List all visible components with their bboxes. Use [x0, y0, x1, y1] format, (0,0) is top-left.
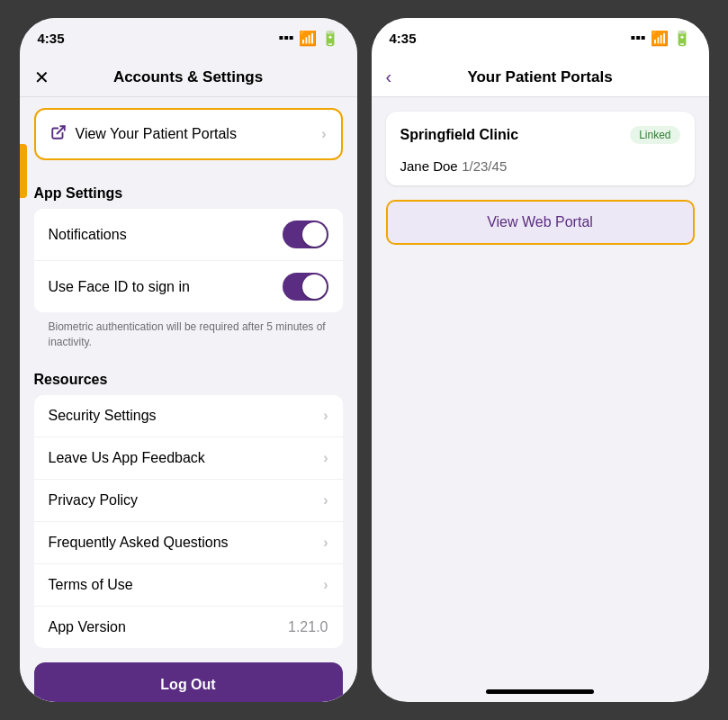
app-feedback-label: Leave Us App Feedback: [49, 450, 205, 466]
privacy-policy-row[interactable]: Privacy Policy ›: [34, 480, 343, 522]
external-link-icon: [50, 124, 67, 144]
app-feedback-row[interactable]: Leave Us App Feedback ›: [34, 437, 343, 480]
app-version-value: 1.21.0: [288, 619, 328, 635]
notifications-toggle[interactable]: [283, 220, 328, 248]
status-time-left: 4:35: [38, 31, 65, 46]
home-bar: [486, 689, 594, 694]
wifi-icon-right: 📶: [651, 30, 669, 47]
chevron-right-icon-privacy: ›: [323, 492, 328, 508]
signal-icon-right: ▪▪▪: [630, 30, 645, 46]
portal-button-left: View Your Patient Portals: [50, 124, 237, 144]
notifications-label: Notifications: [49, 227, 127, 243]
page-title-left: Accounts & Settings: [113, 68, 263, 86]
security-settings-row[interactable]: Security Settings ›: [34, 395, 343, 437]
terms-of-use-row[interactable]: Terms of Use ›: [34, 564, 343, 607]
clinic-name: Springfield Clinic: [400, 127, 519, 143]
app-settings-header: App Settings: [20, 171, 357, 209]
faq-label: Frequently Asked Questions: [49, 535, 229, 551]
portal-button-section: View Your Patient Portals ›: [20, 97, 357, 171]
signal-icon: ▪▪▪: [278, 30, 293, 46]
portal-card: Springfield Clinic Linked Jane Doe 1/23/…: [386, 112, 695, 185]
battery-icon: 🔋: [321, 30, 339, 47]
linked-badge: Linked: [630, 126, 679, 144]
face-id-label: Use Face ID to sign in: [49, 279, 190, 295]
scroll-content-right: Springfield Clinic Linked Jane Doe 1/23/…: [372, 97, 709, 680]
notifications-row: Notifications: [34, 209, 343, 261]
chevron-right-icon-faq: ›: [323, 535, 328, 551]
svg-line-0: [57, 126, 64, 133]
status-bar-left: 4:35 ▪▪▪ 📶 🔋: [20, 18, 357, 58]
face-id-toggle[interactable]: [283, 273, 328, 301]
nav-bar-right: ‹ Your Patient Portals: [372, 58, 709, 97]
back-icon[interactable]: ‹: [386, 67, 392, 87]
nav-bar-left: ✕ Accounts & Settings: [20, 58, 357, 97]
page-title-right: Your Patient Portals: [467, 68, 612, 86]
privacy-policy-label: Privacy Policy: [49, 492, 139, 508]
status-icons-right: ▪▪▪ 📶 🔋: [630, 30, 690, 47]
faq-row[interactable]: Frequently Asked Questions ›: [34, 522, 343, 564]
chevron-right-icon-terms: ›: [323, 577, 328, 593]
left-phone: 4:35 ▪▪▪ 📶 🔋 ✕ Accounts & Settings: [20, 18, 357, 702]
logout-button[interactable]: Log Out: [34, 662, 343, 702]
terms-of-use-label: Terms of Use: [49, 577, 133, 593]
battery-icon-right: 🔋: [673, 30, 691, 47]
close-icon[interactable]: ✕: [34, 68, 49, 86]
chevron-right-icon-portal: ›: [321, 126, 326, 142]
right-phone: 4:35 ▪▪▪ 📶 🔋 ‹ Your Patient Portals Spri…: [372, 18, 709, 702]
app-version-row: App Version 1.21.0: [34, 607, 343, 648]
portal-button-label: View Your Patient Portals: [76, 126, 237, 142]
logout-section: Log Out: [20, 648, 357, 702]
patient-dob-value: 1/23/45: [462, 158, 507, 174]
app-settings-group: Notifications Use Face ID to sign in: [34, 209, 343, 312]
wifi-icon: 📶: [299, 30, 317, 47]
chevron-right-icon-security: ›: [323, 408, 328, 424]
chevron-right-icon-feedback: ›: [323, 450, 328, 466]
status-time-right: 4:35: [390, 31, 417, 46]
patient-info: Jane Doe 1/23/45: [386, 158, 695, 185]
view-web-portal-button[interactable]: View Web Portal: [386, 200, 695, 245]
resources-list: Security Settings › Leave Us App Feedbac…: [34, 395, 343, 648]
resources-header: Resources: [20, 364, 357, 395]
face-id-row: Use Face ID to sign in: [34, 261, 343, 312]
scroll-content-left: View Your Patient Portals › App Settings…: [20, 97, 357, 702]
status-bar-right: 4:35 ▪▪▪ 📶 🔋: [372, 18, 709, 58]
view-patient-portals-button[interactable]: View Your Patient Portals ›: [34, 108, 343, 160]
yellow-accent: [20, 144, 27, 198]
patient-name: Jane Doe: [400, 158, 458, 174]
biometric-note: Biometric authentication will be require…: [20, 312, 357, 364]
home-indicator-right: [372, 680, 709, 702]
portal-card-header: Springfield Clinic Linked: [386, 112, 695, 158]
app-version-label: App Version: [49, 619, 126, 635]
status-icons-left: ▪▪▪ 📶 🔋: [278, 30, 338, 47]
security-settings-label: Security Settings: [49, 408, 157, 424]
